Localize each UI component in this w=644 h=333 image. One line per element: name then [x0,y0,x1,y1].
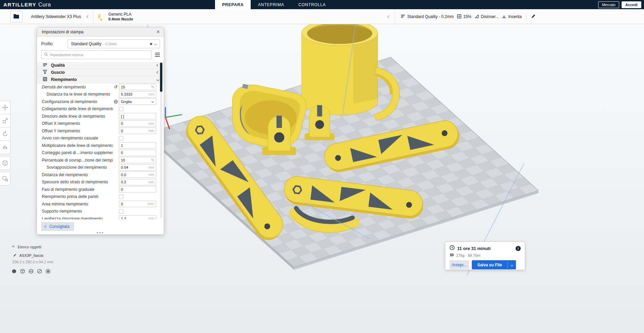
panel-title: Impostazioni di stampa [42,30,156,34]
panel-header[interactable]: Impostazioni di stampa × [37,28,164,37]
job-info-icon[interactable] [516,246,521,251]
panel-resize-handle[interactable]: ••• [96,232,104,234]
setting-label: Avvio con riempimento casuale [42,136,113,140]
edit-settings-icon[interactable] [531,14,536,20]
setting-input[interactable]: 0.0mm [119,171,156,178]
view-layers-icon[interactable] [29,269,34,274]
category-quality[interactable]: Qualità [37,62,164,69]
setting-row: Distanza tra le linee di riempimento 5.3… [37,91,164,98]
panel-footer: Consigliata ••• [37,219,164,234]
rename-pencil-icon[interactable] [13,253,17,258]
category-shell[interactable]: Guscio [37,69,164,76]
setting-input[interactable]: 0 [119,150,156,156]
printer-name: Artillery Sidewinder X3 Plus [31,14,87,19]
material-selector[interactable]: 1 Generic PLA 0.4mm Nozzle [93,9,395,24]
mirror-tool-button[interactable] [0,140,11,154]
setting-checkbox[interactable] [119,209,123,214]
view-compare-icon[interactable] [46,269,51,274]
infill-icon [42,77,48,83]
tab-prepare[interactable]: PREPARA [215,0,251,9]
setting-row: Distanza del riempimento 0.0mm [37,171,164,179]
category-infill[interactable]: Riempimento [37,76,164,83]
revert-icon[interactable]: ↺ [114,85,118,89]
setting-row: Configurazione di riempimento Griglia [37,98,164,105]
signin-button[interactable]: Accedi [622,1,641,8]
mirror-icon [2,144,8,150]
chevron-left-icon [157,64,159,67]
setting-row: Area minima riempimento 0mm² [37,200,164,208]
setting-row: Offset X riempimento 0mm [37,120,164,128]
cura-app: ARTILLERY Cura PREPARA ANTEPRIMA CONTROL… [0,0,644,333]
setting-input[interactable]: 0.04mm [119,164,156,171]
setting-input[interactable]: 0mm² [119,201,156,207]
setting-input[interactable]: 1 [119,142,156,149]
move-tool-button[interactable] [0,101,11,114]
setting-label: Distanza tra le linee di riempimento [42,92,113,97]
setting-dropdown[interactable]: Griglia [119,98,156,105]
search-row [37,50,164,62]
search-input[interactable] [50,53,149,57]
open-file-button[interactable] [10,11,22,22]
setting-input[interactable]: 5.3333mm [119,91,156,98]
setting-label: Spessore dello strato di riempimento [42,180,113,184]
settings-search[interactable] [41,50,152,59]
setting-input[interactable]: 0mm [119,120,156,127]
recommended-mode-button[interactable]: Consigliata [41,222,74,231]
setting-input[interactable]: 0mm [119,128,156,134]
selected-object-row[interactable]: ASX3P_fascia [13,253,43,258]
setting-label: Fasi di riempimento graduale [42,187,113,192]
tab-monitor[interactable]: CONTROLLA [291,0,333,9]
nozzle-size: 0.4mm Nozzle [108,17,388,22]
save-to-file-button[interactable]: Salva su File [472,260,516,269]
close-icon[interactable]: × [156,29,160,35]
setting-label: Sovrapposizione del riempimento [42,165,113,170]
app-logo: ARTILLERY Cura [0,2,51,8]
print-settings-summary[interactable]: Standard Quality - 0.2mm 15% Disinser...… [395,9,644,24]
infill-icon [457,14,462,20]
scale-icon [2,118,8,124]
object-name: ASX3P_fascia [19,253,43,257]
divider [526,13,526,20]
scrollbar-thumb[interactable] [160,63,162,92]
rotate-tool-button[interactable] [0,127,11,141]
preview-button[interactable]: Antepr... [449,260,469,269]
brand-artillery: ARTILLERY [3,2,36,7]
view-solid-icon[interactable] [12,269,17,274]
rotate-icon [2,131,8,137]
setting-checkbox[interactable] [119,107,123,111]
profile-dropdown[interactable]: Standard Quality - 0.2mm ★ [68,39,160,48]
setting-label: Collegamento delle linee di riempimento [42,106,113,111]
view-edges-icon[interactable] [20,269,25,274]
setting-input[interactable]: 1.2mm [119,215,156,219]
settings-menu-icon[interactable] [155,53,160,57]
setting-label: Direzioni delle linee di riempimento [42,114,113,119]
object-list-toggle[interactable]: Elenco oggetti [12,245,41,249]
marketplace-button[interactable]: Mercato [598,1,619,8]
chevron-down-icon [157,78,159,81]
setting-checkbox[interactable] [119,136,123,140]
model-cylinder[interactable] [302,20,378,115]
support-blocker-button[interactable] [0,172,11,185]
tab-preview[interactable]: ANTEPRIMA [251,0,291,9]
view-mode-icons [12,269,51,274]
settings-scrollbar[interactable] [160,63,162,218]
setting-row: Larghezza rimozione rivestimento 1.2mm [37,215,164,219]
scale-tool-button[interactable] [0,114,11,128]
chevron-down-icon [151,100,154,103]
view-xray-icon[interactable] [37,269,42,274]
setting-checkbox[interactable] [119,195,123,199]
per-model-settings-button[interactable] [0,156,11,170]
summary-infill: 15% [457,14,471,20]
save-options-dropdown[interactable] [508,260,516,269]
setting-row: Fasi di riempimento graduale 0 [37,186,164,193]
setting-label: Moltiplicatore delle linee di riempiment… [42,143,113,148]
setting-input[interactable]: 10% [119,157,156,163]
setting-input[interactable]: 0.2mm [119,179,156,185]
favorite-star-icon[interactable]: ★ [149,41,153,46]
printer-selector[interactable]: Artillery Sidewinder X3 Plus [25,9,93,24]
setting-input[interactable]: 0 [119,186,156,193]
setting-input[interactable]: 15% [119,84,156,90]
setting-input[interactable]: [ ] [119,113,156,119]
setting-label: Percentuale di sovrap...zione del riempi… [42,158,113,163]
extruder-badge-pointer [100,19,103,21]
